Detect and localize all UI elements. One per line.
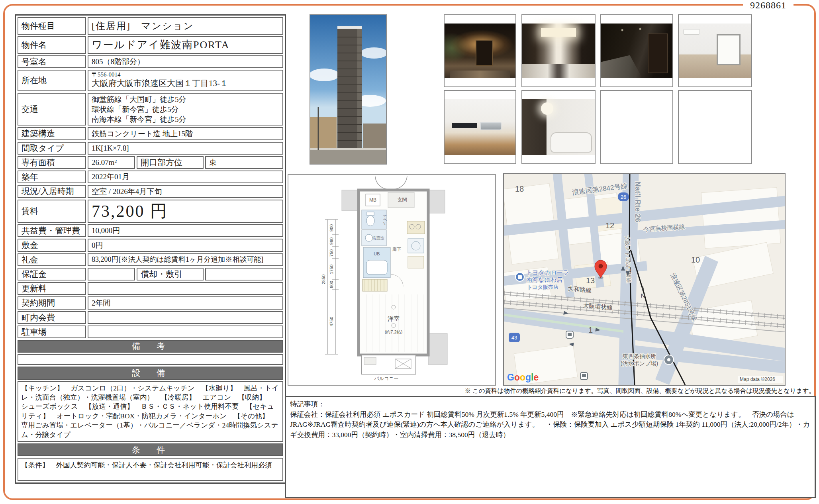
property-table: 物件種目[住居用] マンション 物件名ワールドアイ難波南PORTA 号室名805… [15,14,286,484]
photo-kitchen [444,90,516,164]
dim-label: 1750 [329,265,334,274]
bath-label: UB [374,251,380,256]
poi-toyota-label: 南海なにわ店 [526,276,562,283]
equipment-header: 設 備 [18,367,283,379]
photo-placeholder-empty [600,90,673,164]
row-label: 専有面積 [18,156,86,169]
row-value: 0円 [88,239,283,251]
table-row: 町内会費 [18,311,283,324]
map-block-label: 10 [691,255,700,264]
photo-room [678,14,752,87]
toilet-label: トイレ [383,214,387,226]
map-block-label: 12 [605,221,614,230]
equipment-header-row: 設 備 [18,367,283,379]
photo-lobby [521,14,596,87]
hall-label: 廊下 [392,247,401,251]
row-value: 83,200円[※法人契約は総賃料1ヶ月分追加※相談可能] [88,253,283,266]
equipment-text: 【キッチン】 ガスコンロ（2口）・システムキッチン 【水廻り】 風呂・トイレ・洗… [18,381,283,442]
transit-cell: 御堂筋線「大国町」徒歩5分 環状線「新今宮」徒歩5分 南海本線「新今宮」徒歩5分 [88,93,283,126]
route-26-shield: 26 [621,194,626,200]
equipment-body-row: 【キッチン】 ガスコンロ（2口）・システムキッチン 【水廻り】 風呂・トイレ・洗… [18,381,283,442]
route-43-shield: 43 [511,335,517,341]
photo-placeholder-empty [678,90,752,164]
row-label: 礼金 [18,253,86,266]
row-value [205,268,283,280]
row-value: 1K[1K×7.8] [88,142,283,155]
dim-label: 2850 [321,275,326,284]
postal-code: 〒556-0014 [92,71,279,78]
table-row: 間取タイプ1K[1K×7.8] [18,142,283,155]
row-label: 保証金 [18,268,86,280]
direction-value: 東 [205,156,283,169]
room-size-label: (約7.2帖) [385,329,403,334]
poi-pump-label: (汚水ポンプ場) [621,360,658,367]
photo-entrance [444,14,516,87]
table-row-deposit: 保証金 償却・敷引 [18,268,283,280]
document-number: 9268861 [743,0,794,11]
special-notes-title: 特記事項： [290,399,811,410]
table-row: 敷金0円 [18,239,283,251]
compass-label: N [641,292,645,299]
table-row: 築年2022年01月 [18,171,283,183]
row-label: 敷金 [18,239,86,251]
table-row: 共益費・管理費10,000円 [18,224,283,237]
route-label: Nat'l Rte 26 [634,181,642,222]
table-row: 契約期間2年間 [18,296,283,309]
row-label: 間取タイプ [18,142,86,155]
row-value: [住居用] マンション [88,17,283,35]
conditions-header: 条 件 [18,443,283,456]
transit-line: 南海本線「新今宮」徒歩5分 [92,115,186,124]
room-label: 洋室 [388,315,400,322]
map-block-label: 13 [586,276,595,285]
table-row: 物件種目[住居用] マンション [18,17,283,35]
table-row: 礼金83,200円[※法人契約は総賃料1ヶ月分追加※相談可能] [18,253,283,266]
row-label: 現況/入居時期 [18,185,86,198]
row-label: 町内会費 [18,311,86,324]
table-row: 更新料 [18,282,283,295]
dim-label: 960 [329,237,334,245]
row-value: 鉄筋コンクリート造 地上15階 [88,127,283,140]
row-value: 2年間 [88,296,283,309]
table-row: 号室名805（8階部分） [18,55,283,68]
location-map[interactable]: 18 12 13 10 1 浪速区第2842号線 今宮高校南横線 浪速区第285… [503,173,786,386]
area-value: 26.07m² [88,156,135,169]
balcony-label: バルコニー [374,376,398,381]
lobby-image [522,24,595,78]
conditions-text: 【条件】 外国人契約可能・保証人不要・保証会社利用可能・保証会社利用必須 [18,458,283,481]
map-block-label: 18 [515,184,524,193]
entrance-label: 玄関 [398,197,407,202]
property-name: ワールドアイ難波南PORTA [88,36,283,54]
row-label: 号室名 [18,55,86,68]
row-label: 共益費・管理費 [18,224,86,237]
row-label: 更新料 [18,282,86,295]
table-row: 交通 御堂筋線「大国町」徒歩5分 環状線「新今宮」徒歩5分 南海本線「新今宮」徒… [18,93,283,126]
kitchen-image [445,99,515,155]
dim-label: 4750 [329,317,334,326]
mb-label: MB [369,197,376,203]
special-notes-body: 保証会社：保証会社利用必須 エポスカード 初回総賃料50% 月次更新1.5% 年… [290,410,811,440]
row-value: 10,000円 [88,224,283,237]
photo-building-exterior [310,14,387,165]
entrance-image [445,24,515,78]
transit-line: 御堂筋線「大国町」徒歩5分 [92,95,186,104]
remarks-text [18,354,283,365]
dim-label: 900 [329,224,334,231]
map-copyright: Map data ©2026 [740,377,775,382]
row-label: 建築構造 [18,127,86,140]
table-row: 物件名ワールドアイ難波南PORTA [18,36,283,54]
google-logo[interactable]: Google [507,372,539,382]
remarks-header: 備 考 [18,340,283,353]
row-value [88,268,135,280]
floor-plan: 900 960 750 1750 600 2850 4750 MB 玄関 [288,174,496,386]
poi-toyota-label: トヨタカローラ [526,269,569,276]
washroom-label: 洗面室 [372,236,384,240]
poi-pump-label: 東四条抽水所 [623,353,656,359]
table-row: 駐車場 [18,326,283,338]
row-label: 所在地 [18,70,86,91]
dim-label: 750 [329,249,334,257]
row-label: 償却・敷引 [137,268,204,280]
room-image [679,24,751,78]
transit-line: 環状線「新今宮」徒歩5分 [92,105,179,114]
corridor-image [601,24,672,78]
row-label: 交通 [18,93,86,126]
